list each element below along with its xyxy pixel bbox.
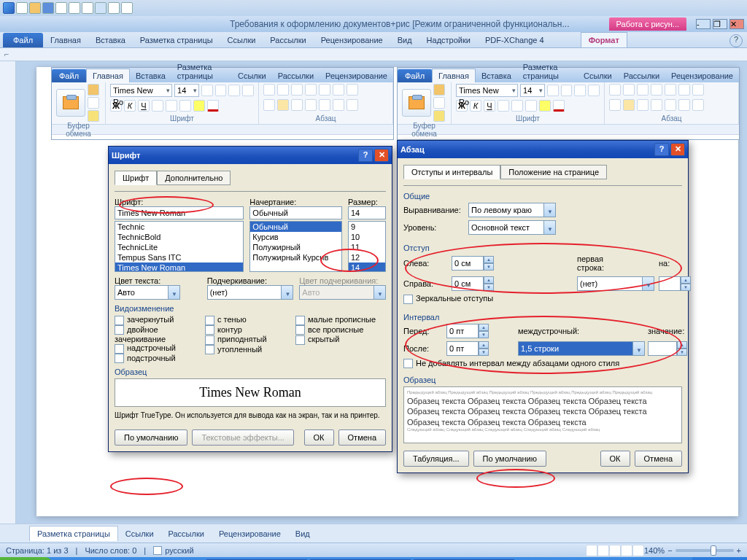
emb-tab-home[interactable]: Главная [86, 69, 130, 82]
align-left-icon-2[interactable] [609, 99, 621, 111]
shrink-font-icon-2[interactable] [561, 85, 573, 96]
paste-button-2[interactable] [402, 89, 431, 117]
font-size-combo-2[interactable]: 14 [520, 84, 545, 97]
tab-home[interactable]: Главная [43, 33, 88, 47]
tab-pdfx[interactable]: PDF-XChange 4 [478, 33, 551, 47]
bullets-icon-2[interactable] [609, 84, 621, 96]
font-item[interactable]: Technic [115, 222, 243, 232]
emb-tab-refs[interactable]: Ссылки [232, 69, 272, 82]
font-name-combo[interactable]: Times New Ro [110, 84, 172, 97]
font-dialog-title[interactable]: Шрифт ? ✕ [109, 147, 392, 164]
emb-file-tab[interactable]: Файл [52, 69, 86, 82]
tab-view[interactable]: Вид [390, 33, 419, 47]
after-spin[interactable]: 0 пт▲▼ [446, 341, 498, 356]
first-drop[interactable]: (нет) [577, 276, 654, 291]
font-item[interactable]: Tempus Sans ITC [115, 252, 243, 262]
style-item[interactable]: Курсив [250, 232, 341, 242]
btab-view[interactable]: Вид [288, 526, 317, 541]
before-spin[interactable]: 0 пт▲▼ [446, 324, 498, 338]
strike-icon-2[interactable] [498, 100, 509, 112]
tab-layout[interactable]: Разметка страницы [133, 33, 220, 47]
line-spacing-icon[interactable] [319, 99, 330, 111]
level-drop[interactable]: Основной текст [468, 220, 556, 235]
check-mirror[interactable]: Зеркальные отступы [403, 294, 682, 304]
emb2-tab-layout[interactable]: Разметка страницы [517, 61, 578, 82]
cut-icon-2[interactable] [433, 84, 445, 96]
emb2-tab-mail[interactable]: Рассылки [618, 69, 665, 82]
font-size-combo[interactable]: 14 [174, 84, 199, 97]
highlight-icon[interactable] [193, 100, 205, 112]
font-tab-advanced[interactable]: Дополнительно [157, 171, 231, 185]
emb2-tab-insert[interactable]: Вставка [476, 69, 517, 82]
align-center-icon[interactable] [277, 99, 289, 111]
size-item-selected[interactable]: 14 [349, 262, 385, 272]
vertical-ruler[interactable] [0, 61, 16, 524]
change-case-icon[interactable] [228, 85, 240, 96]
show-marks-icon-2[interactable] [692, 84, 704, 96]
office-button-icon[interactable] [3, 2, 15, 14]
ok-button[interactable]: ОК [304, 429, 334, 446]
check-strike[interactable]: зачеркнутый [115, 315, 205, 325]
copy-icon[interactable] [88, 97, 99, 109]
para-tab-indent[interactable]: Отступы и интервалы [403, 165, 500, 179]
zoom-level[interactable]: 140% [644, 546, 665, 555]
check-dstrike[interactable]: двойное зачеркивание [115, 325, 205, 344]
tabulation-button[interactable]: Табуляция... [403, 451, 469, 467]
justify-icon[interactable] [305, 99, 317, 111]
subscript-icon[interactable] [166, 100, 177, 112]
start-button[interactable]: пуск [0, 557, 53, 560]
check-smallcaps[interactable]: малые прописные [295, 315, 386, 325]
size-item[interactable]: 12 [349, 252, 385, 262]
multilevel-icon-2[interactable] [637, 84, 649, 96]
tab-format[interactable]: Формат [581, 32, 627, 47]
style-item[interactable]: Полужирный Курсив [250, 252, 341, 262]
font-list[interactable]: Technic TechnicBold TechnicLite Tempus S… [115, 221, 244, 272]
emb2-file-tab[interactable]: Файл [398, 69, 432, 82]
check-super[interactable]: надстрочный [115, 343, 205, 354]
superscript-icon[interactable] [179, 100, 191, 112]
open-icon[interactable] [29, 2, 41, 14]
dec-indent-icon-2[interactable] [651, 84, 662, 96]
strike-icon[interactable] [152, 100, 163, 112]
cancel-button-2[interactable]: Отмена [635, 451, 682, 467]
font-color-icon[interactable] [207, 100, 219, 112]
emb-tab-review[interactable]: Рецензирование [320, 69, 393, 82]
view-read-icon[interactable] [597, 545, 609, 556]
copy-icon-2[interactable] [433, 97, 445, 109]
size-item[interactable]: 11 [349, 242, 385, 252]
check-emboss[interactable]: приподнятый [205, 335, 295, 345]
proof-icon[interactable] [153, 546, 162, 555]
shading-icon[interactable] [333, 99, 344, 111]
italic-icon-2[interactable]: К [470, 100, 481, 112]
font-name-combo-2[interactable]: Times New Ro [456, 84, 518, 97]
check-engrave[interactable]: утопленный [205, 345, 295, 355]
size-item[interactable]: 10 [349, 232, 385, 242]
check-nospace[interactable]: Не добавлять интервал между абзацами одн… [403, 359, 682, 369]
tab-insert[interactable]: Вставка [88, 33, 133, 47]
page-status[interactable]: Страница: 1 из 3 [6, 546, 69, 555]
word-count[interactable]: Число слов: 0 [85, 546, 136, 555]
redo-icon[interactable] [108, 2, 120, 14]
style-item[interactable]: Полужирный [250, 242, 341, 252]
help-icon[interactable]: ? [729, 34, 743, 47]
sort-icon[interactable] [333, 84, 344, 96]
horizontal-ruler[interactable]: ⌐ [0, 48, 747, 61]
check-sub[interactable]: подстрочный [115, 354, 205, 364]
default-button-2[interactable]: По умолчанию [473, 451, 546, 467]
on-spin[interactable]: ▲▼ [659, 276, 692, 291]
close-icon[interactable]: ✕ [374, 149, 389, 162]
sort-icon-2[interactable] [678, 84, 690, 96]
inc-indent-icon[interactable] [319, 84, 330, 96]
numbering-icon[interactable] [277, 84, 289, 96]
multilevel-icon[interactable] [291, 84, 303, 96]
close-icon-2[interactable]: ✕ [670, 143, 685, 156]
font-item[interactable]: TechnicLite [115, 242, 243, 252]
close-button[interactable]: ✕ [729, 19, 744, 29]
tab-review[interactable]: Рецензирование [314, 33, 390, 47]
emb2-tab-review[interactable]: Рецензирование [665, 69, 739, 82]
restore-button[interactable]: ❐ [713, 19, 727, 29]
underline-icon-2[interactable]: Ч [484, 100, 495, 112]
numbering-icon-2[interactable] [623, 84, 635, 96]
dec-indent-icon[interactable] [305, 84, 317, 96]
size-input[interactable] [348, 206, 386, 219]
